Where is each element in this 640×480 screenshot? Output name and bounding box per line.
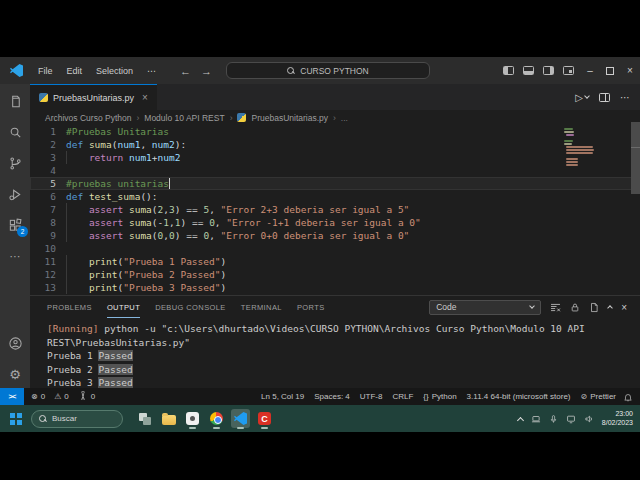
code-line-3[interactable]: 3 return num1+num2 [30, 151, 640, 164]
taskbar-app-file-explorer[interactable] [159, 409, 178, 428]
editor-more-icon[interactable]: ⋯ [620, 92, 630, 103]
status-item-python[interactable]: {}Python [423, 392, 456, 401]
notifications-bell-icon[interactable] [623, 392, 640, 402]
status-item-spaces-4[interactable]: Spaces: 4 [314, 392, 350, 401]
close-panel-icon[interactable]: × [621, 302, 627, 313]
toggle-sidebar-icon[interactable] [503, 66, 514, 75]
tab-label: PruebasUnitarias.py [53, 93, 134, 103]
run-dropdown-icon[interactable] [584, 93, 590, 99]
editor-scrollbar[interactable] [631, 122, 640, 292]
breadcrumb-item-pruebasunitarias-py[interactable]: PruebasUnitarias.py [251, 113, 328, 123]
panel-tab-debug-console[interactable]: DEBUG CONSOLE [155, 297, 226, 318]
status-item-utf-8[interactable]: UTF-8 [360, 392, 383, 401]
code-line-10[interactable]: 10 [30, 242, 640, 255]
taskbar-search[interactable]: Buscar [31, 410, 123, 428]
status-item-3-11-4-64-bit-microsoft-store[interactable]: 3.11.4 64-bit (microsoft store) [467, 392, 571, 401]
close-button[interactable]: × [623, 65, 637, 76]
output-channel-select[interactable]: Code [429, 300, 541, 315]
output-line-2[interactable]: REST\PruebasUnitarias.py" [47, 336, 640, 350]
line-number: 10 [30, 242, 66, 255]
maximize-panel-icon[interactable] [607, 305, 613, 311]
toggle-panel-icon[interactable] [523, 66, 534, 75]
command-center-search[interactable]: CURSO PYTHON [226, 62, 430, 79]
tab-close-icon[interactable]: × [142, 92, 148, 103]
line-number: 5 [30, 177, 66, 190]
menu-selection[interactable]: Selection [89, 66, 140, 76]
settings-gear-icon[interactable]: ⚙ [7, 366, 23, 382]
microphone-icon[interactable] [549, 410, 558, 428]
breadcrumb-item-archivos-curso-python[interactable]: Archivos Curso Python [45, 113, 131, 123]
panel-tab-problems[interactable]: PROBLEMS [47, 297, 92, 318]
search-sidebar-icon[interactable] [7, 124, 23, 140]
taskbar-app-vscode[interactable] [231, 409, 250, 428]
breadcrumb-item-modulo-10-api-rest[interactable]: Modulo 10 API REST [144, 113, 224, 123]
taskbar-clock[interactable]: 23:00 8/02/2023 [602, 410, 633, 427]
channel-label: Code [436, 302, 456, 312]
code-line-1[interactable]: 1#Pruebas Unitarias [30, 125, 640, 138]
menu-edit[interactable]: Edit [60, 66, 90, 76]
menu-item[interactable]: ⋯ [140, 66, 163, 76]
taskbar-app-recorder[interactable] [183, 409, 202, 428]
output-line-1[interactable]: [Running] python -u "c:\Users\dhurtado\V… [47, 322, 640, 336]
source-control-icon[interactable] [7, 155, 23, 171]
status-item-0[interactable]: 0 [78, 391, 95, 403]
chevron-down-icon [529, 303, 535, 309]
code-line-6[interactable]: 6def test_suma(): [30, 190, 640, 203]
code-line-11[interactable]: 11 print("Prueba 1 Passed") [30, 255, 640, 268]
more-actions-icon[interactable]: ⋯ [7, 248, 23, 264]
code-line-5[interactable]: 5#pruebas unitarias [30, 177, 640, 190]
run-debug-icon[interactable] [7, 186, 23, 202]
output-line-4[interactable]: Prueba 2 Passed [47, 363, 640, 377]
taskbar-app-camtasia[interactable]: C [255, 409, 274, 428]
volume-icon[interactable] [584, 410, 594, 428]
code-line-12[interactable]: 12 print("Prueba 2 Passed") [30, 268, 640, 281]
hidden-icons-chevron[interactable] [517, 416, 524, 423]
remote-indicator[interactable]: >< [0, 388, 24, 405]
minimap[interactable] [564, 128, 594, 167]
maximize-button[interactable] [606, 67, 614, 75]
forward-button[interactable]: → [201, 65, 212, 77]
scrollbar-thumb[interactable] [631, 122, 640, 194]
status-item-ln-5-col-19[interactable]: Ln 5, Col 19 [261, 392, 304, 401]
tray-device-icon[interactable] [531, 410, 541, 428]
toggle-secondary-sidebar-icon[interactable] [543, 66, 554, 75]
status-item-prettier[interactable]: ⊘Prettier [581, 392, 617, 401]
code-editor[interactable]: 1#Pruebas Unitarias2def suma(num1, num2)… [30, 125, 640, 295]
back-button[interactable]: ← [180, 65, 191, 77]
code-line-2[interactable]: 2def suma(num1, num2): [30, 138, 640, 151]
start-button[interactable] [10, 413, 22, 425]
panel-tab-terminal[interactable]: TERMINAL [241, 297, 282, 318]
tab-pruebasunitarias[interactable]: PruebasUnitarias.py × [30, 84, 157, 110]
display-icon[interactable] [566, 410, 576, 428]
customize-layout-icon[interactable] [563, 66, 574, 75]
taskbar-app-chrome[interactable] [207, 409, 226, 428]
account-icon[interactable] [7, 335, 23, 351]
taskbar-search-label: Buscar [52, 414, 77, 423]
explorer-icon[interactable] [7, 93, 23, 109]
system-tray: 23:00 8/02/2023 [518, 410, 640, 428]
taskbar-app-task-view[interactable] [135, 409, 154, 428]
status-bar: >< ⊗0⚠00 Ln 5, Col 19Spaces: 4UTF-8CRLF{… [0, 388, 640, 405]
status-item-0[interactable]: ⊗0 [31, 392, 45, 401]
run-python-file-button[interactable]: ▷ [575, 92, 589, 103]
output-line-3[interactable]: Prueba 1 Passed [47, 349, 640, 363]
code-line-7[interactable]: 7 assert suma(2,3) == 5, "Error 2+3 debe… [30, 203, 640, 216]
extensions-icon[interactable]: 2 [7, 217, 23, 233]
code-line-8[interactable]: 8 assert suma(-1,1) == 0, "Error -1+1 de… [30, 216, 640, 229]
lock-icon[interactable] [570, 302, 580, 313]
code-line-13[interactable]: 13 print("Prueba 3 Passed") [30, 281, 640, 294]
minimize-button[interactable]: – [583, 65, 597, 76]
panel-tab-ports[interactable]: PORTS [297, 297, 325, 318]
breadcrumb-item-item[interactable]: ... [341, 113, 348, 123]
code-line-4[interactable]: 4 [30, 164, 640, 177]
output-console[interactable]: [Running] python -u "c:\Users\dhurtado\V… [30, 318, 640, 390]
code-content: return num1+num2 [66, 151, 180, 164]
code-line-9[interactable]: 9 assert suma(0,0) == 0, "Error 0+0 debe… [30, 229, 640, 242]
status-item-0[interactable]: ⚠0 [54, 392, 69, 401]
panel-tab-output[interactable]: OUTPUT [107, 297, 140, 318]
status-item-crlf[interactable]: CRLF [392, 392, 413, 401]
menu-file[interactable]: File [31, 66, 60, 76]
open-in-editor-icon[interactable] [589, 302, 599, 313]
split-editor-icon[interactable] [599, 93, 610, 102]
clear-output-icon[interactable] [550, 302, 561, 313]
